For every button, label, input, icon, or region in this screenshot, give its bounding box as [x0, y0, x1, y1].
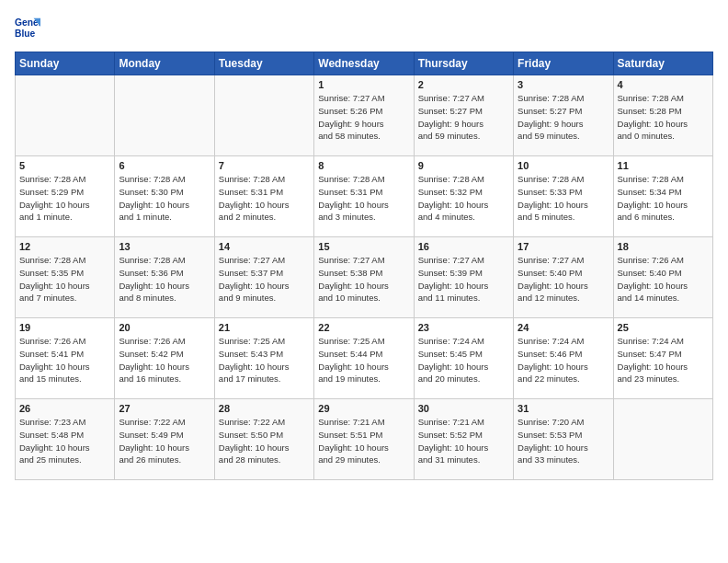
day-info: Sunrise: 7:28 AMSunset: 5:32 PMDaylight:…: [418, 173, 509, 224]
day-info: Sunrise: 7:27 AMSunset: 5:38 PMDaylight:…: [318, 254, 409, 304]
calendar-cell: 31Sunrise: 7:20 AMSunset: 5:53 PMDayligh…: [514, 399, 613, 480]
day-number: 5: [19, 160, 110, 171]
calendar-cell: 8Sunrise: 7:28 AMSunset: 5:31 PMDaylight…: [314, 156, 414, 237]
calendar-week-row: 1Sunrise: 7:27 AMSunset: 5:26 PMDaylight…: [16, 75, 713, 156]
calendar-cell: 13Sunrise: 7:28 AMSunset: 5:36 PMDayligh…: [115, 237, 214, 318]
day-number: 3: [518, 79, 609, 90]
calendar-cell: 1Sunrise: 7:27 AMSunset: 5:26 PMDaylight…: [314, 75, 414, 156]
calendar-week-row: 5Sunrise: 7:28 AMSunset: 5:29 PMDaylight…: [16, 156, 713, 237]
day-info: Sunrise: 7:28 AMSunset: 5:31 PMDaylight:…: [219, 173, 310, 224]
day-info: Sunrise: 7:21 AMSunset: 5:52 PMDaylight:…: [418, 416, 509, 466]
day-header-sunday: Sunday: [16, 52, 115, 75]
day-info: Sunrise: 7:28 AMSunset: 5:30 PMDaylight:…: [119, 173, 210, 224]
calendar-cell: [16, 75, 115, 156]
calendar-week-row: 19Sunrise: 7:26 AMSunset: 5:41 PMDayligh…: [16, 318, 713, 399]
calendar-cell: 21Sunrise: 7:25 AMSunset: 5:43 PMDayligh…: [214, 318, 313, 399]
svg-text:Blue: Blue: [15, 29, 36, 39]
day-header-saturday: Saturday: [613, 52, 712, 75]
day-info: Sunrise: 7:26 AMSunset: 5:42 PMDaylight:…: [119, 335, 210, 385]
day-info: Sunrise: 7:20 AMSunset: 5:53 PMDaylight:…: [518, 416, 609, 466]
logo: General Blue: [15, 15, 44, 40]
day-info: Sunrise: 7:27 AMSunset: 5:26 PMDaylight:…: [318, 92, 409, 143]
calendar-cell: 27Sunrise: 7:22 AMSunset: 5:49 PMDayligh…: [115, 399, 214, 480]
header: General Blue: [15, 15, 713, 40]
calendar-cell: 15Sunrise: 7:27 AMSunset: 5:38 PMDayligh…: [314, 237, 414, 318]
day-number: 4: [618, 79, 709, 90]
calendar-cell: 20Sunrise: 7:26 AMSunset: 5:42 PMDayligh…: [115, 318, 214, 399]
calendar-cell: 28Sunrise: 7:22 AMSunset: 5:50 PMDayligh…: [214, 399, 313, 480]
day-header-tuesday: Tuesday: [214, 52, 313, 75]
day-info: Sunrise: 7:28 AMSunset: 5:33 PMDaylight:…: [518, 173, 609, 224]
calendar-table: SundayMondayTuesdayWednesdayThursdayFrid…: [15, 52, 713, 480]
calendar-cell: 2Sunrise: 7:27 AMSunset: 5:27 PMDaylight…: [414, 75, 513, 156]
day-info: Sunrise: 7:27 AMSunset: 5:40 PMDaylight:…: [518, 254, 609, 304]
calendar-cell: 25Sunrise: 7:24 AMSunset: 5:47 PMDayligh…: [613, 318, 712, 399]
day-number: 15: [318, 241, 409, 252]
calendar-cell: 22Sunrise: 7:25 AMSunset: 5:44 PMDayligh…: [314, 318, 414, 399]
day-number: 18: [618, 241, 709, 252]
day-number: 8: [318, 160, 409, 171]
calendar-cell: 18Sunrise: 7:26 AMSunset: 5:40 PMDayligh…: [613, 237, 712, 318]
day-number: 16: [418, 241, 509, 252]
logo-icon: General Blue: [15, 15, 40, 40]
day-number: 13: [119, 241, 210, 252]
day-number: 22: [318, 322, 409, 333]
day-number: 23: [418, 322, 509, 333]
day-info: Sunrise: 7:21 AMSunset: 5:51 PMDaylight:…: [318, 416, 409, 466]
calendar-cell: 14Sunrise: 7:27 AMSunset: 5:37 PMDayligh…: [214, 237, 313, 318]
day-number: 14: [219, 241, 310, 252]
calendar-cell: [214, 75, 313, 156]
day-info: Sunrise: 7:26 AMSunset: 5:40 PMDaylight:…: [618, 254, 709, 304]
day-info: Sunrise: 7:26 AMSunset: 5:41 PMDaylight:…: [19, 335, 110, 385]
day-number: 2: [418, 79, 509, 90]
calendar-cell: 3Sunrise: 7:28 AMSunset: 5:27 PMDaylight…: [514, 75, 613, 156]
day-number: 30: [418, 403, 509, 414]
calendar-cell: 17Sunrise: 7:27 AMSunset: 5:40 PMDayligh…: [514, 237, 613, 318]
calendar-cell: 5Sunrise: 7:28 AMSunset: 5:29 PMDaylight…: [16, 156, 115, 237]
day-info: Sunrise: 7:28 AMSunset: 5:29 PMDaylight:…: [19, 173, 110, 224]
day-number: 29: [318, 403, 409, 414]
day-number: 25: [618, 322, 709, 333]
day-info: Sunrise: 7:28 AMSunset: 5:36 PMDaylight:…: [119, 254, 210, 304]
day-number: 9: [418, 160, 509, 171]
calendar-cell: [115, 75, 214, 156]
day-info: Sunrise: 7:25 AMSunset: 5:43 PMDaylight:…: [219, 335, 310, 385]
calendar-week-row: 12Sunrise: 7:28 AMSunset: 5:35 PMDayligh…: [16, 237, 713, 318]
calendar-cell: 30Sunrise: 7:21 AMSunset: 5:52 PMDayligh…: [414, 399, 513, 480]
calendar-cell: 29Sunrise: 7:21 AMSunset: 5:51 PMDayligh…: [314, 399, 414, 480]
day-header-monday: Monday: [115, 52, 214, 75]
calendar-cell: 19Sunrise: 7:26 AMSunset: 5:41 PMDayligh…: [16, 318, 115, 399]
day-info: Sunrise: 7:27 AMSunset: 5:39 PMDaylight:…: [418, 254, 509, 304]
calendar-cell: 7Sunrise: 7:28 AMSunset: 5:31 PMDaylight…: [214, 156, 313, 237]
day-info: Sunrise: 7:24 AMSunset: 5:46 PMDaylight:…: [518, 335, 609, 385]
day-number: 7: [219, 160, 310, 171]
day-number: 31: [518, 403, 609, 414]
day-number: 19: [19, 322, 110, 333]
day-info: Sunrise: 7:27 AMSunset: 5:27 PMDaylight:…: [418, 92, 509, 143]
day-number: 12: [19, 241, 110, 252]
day-header-thursday: Thursday: [414, 52, 513, 75]
day-number: 1: [318, 79, 409, 90]
day-info: Sunrise: 7:28 AMSunset: 5:28 PMDaylight:…: [618, 92, 709, 143]
day-info: Sunrise: 7:24 AMSunset: 5:47 PMDaylight:…: [618, 335, 709, 385]
day-number: 10: [518, 160, 609, 171]
day-info: Sunrise: 7:25 AMSunset: 5:44 PMDaylight:…: [318, 335, 409, 385]
day-info: Sunrise: 7:22 AMSunset: 5:50 PMDaylight:…: [219, 416, 310, 466]
day-number: 28: [219, 403, 310, 414]
day-info: Sunrise: 7:28 AMSunset: 5:27 PMDaylight:…: [518, 92, 609, 143]
day-number: 20: [119, 322, 210, 333]
day-info: Sunrise: 7:22 AMSunset: 5:49 PMDaylight:…: [119, 416, 210, 466]
calendar-cell: 9Sunrise: 7:28 AMSunset: 5:32 PMDaylight…: [414, 156, 513, 237]
calendar-cell: 4Sunrise: 7:28 AMSunset: 5:28 PMDaylight…: [613, 75, 712, 156]
day-header-friday: Friday: [514, 52, 613, 75]
day-info: Sunrise: 7:28 AMSunset: 5:34 PMDaylight:…: [618, 173, 709, 224]
day-info: Sunrise: 7:28 AMSunset: 5:31 PMDaylight:…: [318, 173, 409, 224]
day-number: 11: [618, 160, 709, 171]
day-number: 17: [518, 241, 609, 252]
day-info: Sunrise: 7:24 AMSunset: 5:45 PMDaylight:…: [418, 335, 509, 385]
day-number: 27: [119, 403, 210, 414]
day-number: 6: [119, 160, 210, 171]
day-number: 26: [19, 403, 110, 414]
calendar-cell: 16Sunrise: 7:27 AMSunset: 5:39 PMDayligh…: [414, 237, 513, 318]
day-info: Sunrise: 7:27 AMSunset: 5:37 PMDaylight:…: [219, 254, 310, 304]
